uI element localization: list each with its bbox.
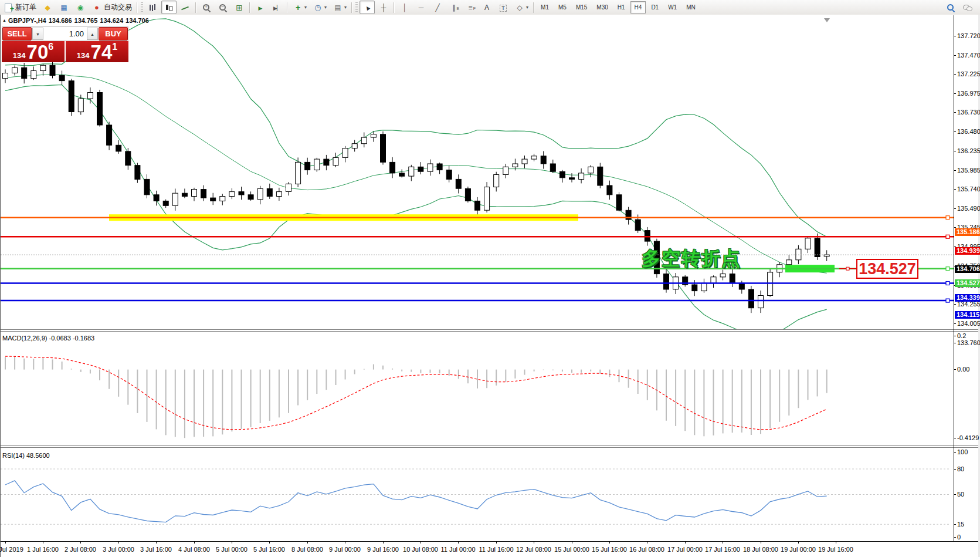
periods-button[interactable]: ▾ xyxy=(310,1,329,14)
price-axis-label: 136.235 xyxy=(957,147,980,154)
chevron-down-icon[interactable]: ▾ xyxy=(324,5,327,10)
price-axis-label: 136.480 xyxy=(957,128,980,135)
tile-windows-button[interactable] xyxy=(232,1,247,14)
toolbar-drag-handle[interactable] xyxy=(141,2,143,13)
vertical-line-button[interactable] xyxy=(397,1,412,14)
channel-button[interactable] xyxy=(446,1,462,14)
new-order-button[interactable]: 新订单 xyxy=(1,1,39,14)
price-axis-tick xyxy=(954,36,956,36)
volume-decrease-button[interactable]: ▼ xyxy=(32,28,43,40)
macd-axis-label: 0.2 xyxy=(957,332,980,339)
volume-increase-button[interactable]: ▲ xyxy=(87,28,98,40)
toolbar-drag-handle[interactable] xyxy=(355,2,358,13)
crosshair-icon xyxy=(378,3,389,12)
one-click-trading-panel: SELL ▼ 1.00 ▲ BUY 134 70 6 134 74 1 xyxy=(2,26,128,62)
chevron-down-icon[interactable]: ▾ xyxy=(344,5,347,10)
new-order-icon xyxy=(3,3,13,12)
line-chart-button[interactable] xyxy=(178,1,193,14)
navigator-button[interactable] xyxy=(40,1,55,14)
price-axis-tick xyxy=(954,170,956,171)
chart-shift-icon xyxy=(272,3,282,12)
turning-point-annotation[interactable]: 多空转折点 xyxy=(642,246,741,272)
candlestick-button[interactable] xyxy=(161,1,177,14)
navigator-icon xyxy=(42,3,53,12)
rsi-pane[interactable] xyxy=(1,448,954,541)
ohlc-open: 134.686 xyxy=(49,17,72,24)
price-axis-label: 133.760 xyxy=(957,339,980,346)
chart-shift-button[interactable] xyxy=(269,1,284,14)
horizontal-line-button[interactable] xyxy=(413,1,429,14)
rsi-axis-tick xyxy=(954,524,956,525)
price-callout-label[interactable]: 134.527 xyxy=(856,259,918,279)
timeframe-button-m1[interactable]: M1 xyxy=(537,1,553,13)
time-axis-tick xyxy=(118,541,119,544)
time-axis-tick xyxy=(80,541,81,544)
text-label-button[interactable] xyxy=(496,1,511,14)
timeframe-button-m5[interactable]: M5 xyxy=(554,1,571,13)
pane-separator[interactable] xyxy=(1,445,980,446)
indicators-button[interactable]: ▾ xyxy=(290,1,309,14)
toolbar-separator xyxy=(195,2,196,13)
price-line-badge: 135.186 xyxy=(955,228,980,236)
timeframe-button-m30[interactable]: M30 xyxy=(592,1,612,13)
price-axis-label: 135.740 xyxy=(957,185,980,193)
cursor-button[interactable] xyxy=(360,1,375,14)
chevron-down-icon[interactable]: ▾ xyxy=(304,5,307,10)
chart-shift-marker-icon[interactable] xyxy=(824,18,830,22)
bar-chart-icon xyxy=(147,3,158,12)
chat-icon xyxy=(962,3,972,12)
auto-scroll-button[interactable] xyxy=(253,1,268,14)
timeframe-button-h1[interactable]: H1 xyxy=(613,1,629,13)
bar-chart-button[interactable] xyxy=(145,1,160,14)
support-resistance-lines[interactable] xyxy=(1,216,954,302)
shapes-button[interactable]: ▾ xyxy=(512,1,531,14)
price-axis-label: 137.225 xyxy=(957,70,980,77)
templates-button[interactable]: ▾ xyxy=(330,1,349,14)
time-axis-label: 11 Jul 00:00 xyxy=(440,546,475,553)
zoom-in-button[interactable]: + xyxy=(199,1,214,14)
macd-pane[interactable] xyxy=(1,332,954,445)
search-icon xyxy=(945,3,956,12)
pane-separator[interactable] xyxy=(1,329,980,330)
timeframe-button-w1[interactable]: W1 xyxy=(664,1,681,13)
trendline-button[interactable] xyxy=(430,1,445,14)
pane-separator[interactable] xyxy=(1,331,980,332)
sell-price-display[interactable]: 134 70 6 xyxy=(2,41,65,62)
price-axis-tick xyxy=(954,112,956,113)
buy-price-display[interactable]: 134 74 1 xyxy=(66,41,128,62)
fibonacci-button[interactable] xyxy=(463,1,478,14)
chat-button[interactable] xyxy=(959,1,975,14)
price-line-badge: 134.939 xyxy=(955,247,980,255)
pane-separator[interactable] xyxy=(1,447,980,448)
time-axis-tick xyxy=(5,541,6,544)
market-watch-button[interactable] xyxy=(56,1,72,14)
main-chart[interactable] xyxy=(1,15,954,329)
chevron-down-icon[interactable]: ▾ xyxy=(526,5,528,10)
price-axis-line xyxy=(954,15,954,541)
timeframe-button-mn[interactable]: MN xyxy=(682,1,700,13)
time-axis-tick xyxy=(421,541,421,544)
channel-icon xyxy=(449,3,459,12)
time-axis-label: 3 Jul 00:00 xyxy=(103,546,134,553)
autotrade-button[interactable]: 自动交易 xyxy=(89,1,134,14)
price-axis-tick xyxy=(954,74,956,75)
time-axis-label: 1 Jul 2019 xyxy=(0,546,23,553)
price-axis-tick xyxy=(954,131,956,132)
crosshair-button[interactable] xyxy=(376,1,391,14)
volume-input[interactable]: 1.00 xyxy=(44,27,86,40)
horizontal-line-icon xyxy=(416,3,426,12)
sell-button[interactable]: SELL xyxy=(2,27,32,40)
text-button[interactable] xyxy=(479,1,494,14)
timeframe-button-m15[interactable]: M15 xyxy=(572,1,591,13)
buy-button[interactable]: BUY xyxy=(99,27,128,40)
timeframe-button-h4[interactable]: H4 xyxy=(630,1,646,13)
timeframe-button-d1[interactable]: D1 xyxy=(647,1,663,13)
rsi-axis-tick xyxy=(954,537,956,538)
collapse-arrow-icon[interactable]: ▲ xyxy=(2,18,6,22)
search-button[interactable] xyxy=(943,1,958,14)
macd-indicator-label: MACD(12,26,9) -0.0683 -0.1683 xyxy=(2,335,94,342)
candles[interactable] xyxy=(3,61,830,313)
callout-connector-handle[interactable] xyxy=(846,267,849,270)
signals-button[interactable] xyxy=(73,1,88,14)
zoom-out-button[interactable]: − xyxy=(215,1,230,14)
